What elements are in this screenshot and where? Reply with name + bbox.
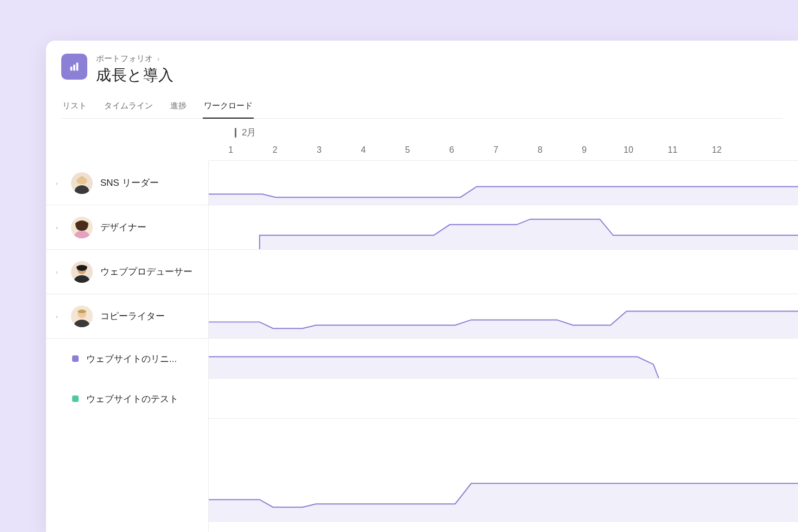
- row-left[interactable]: › ウェブプロデューサー: [46, 250, 209, 294]
- row-label: コピーライター: [100, 310, 165, 322]
- tab-list[interactable]: リスト: [61, 95, 88, 119]
- workload-chart[interactable]: [209, 205, 798, 249]
- project-row: ウェブサイトのリニ...: [46, 339, 798, 379]
- row-label: SNS リーダー: [100, 177, 159, 189]
- day-10: 10: [607, 145, 651, 155]
- row-left[interactable]: › SNS リーダー: [46, 161, 209, 205]
- row-label: ウェブプロデューサー: [100, 265, 192, 278]
- svg-rect-0: [70, 67, 73, 70]
- workload-row: › コピーライター: [46, 294, 798, 339]
- month-label: 2月: [235, 126, 256, 139]
- row-left-empty: [46, 419, 209, 522]
- row-label: ウェブサイトのテスト: [86, 393, 178, 405]
- tab-workload[interactable]: ワークロード: [203, 95, 254, 119]
- timeline-header: 2月 1 2 3 4 5 6 7 8 9 10 11 12: [209, 119, 798, 161]
- header: ポートフォリオ › 成長と導入 リスト タイムライン 進捗 ワークロード: [46, 41, 798, 119]
- workload-row: › ウェブプロデューサー: [46, 250, 798, 294]
- project-color-dot: [72, 355, 79, 362]
- title-block: ポートフォリオ › 成長と導入: [96, 54, 174, 86]
- tabs: リスト タイムライン 進捗 ワークロード: [61, 95, 783, 119]
- breadcrumb-row: ポートフォリオ › 成長と導入: [61, 54, 783, 86]
- chevron-right-icon: ›: [157, 55, 159, 63]
- avatar: [71, 217, 93, 238]
- avatar: [71, 306, 93, 327]
- workload-chart[interactable]: [209, 379, 798, 418]
- workload-chart[interactable]: [209, 522, 798, 532]
- day-2: 2: [253, 145, 298, 155]
- workload-chart[interactable]: [209, 250, 798, 294]
- breadcrumb-parent[interactable]: ポートフォリオ: [96, 54, 153, 64]
- workload-chart[interactable]: [209, 294, 798, 338]
- day-9: 9: [562, 145, 607, 155]
- app-window: ポートフォリオ › 成長と導入 リスト タイムライン 進捗 ワークロード 2月 …: [46, 41, 798, 532]
- chevron-right-icon[interactable]: ›: [56, 313, 63, 320]
- day-row: 1 2 3 4 5 6 7 8 9 10 11 12: [209, 145, 798, 155]
- workload-row: › コピーライター: [46, 522, 798, 532]
- row-left[interactable]: › デザイナー: [46, 205, 209, 249]
- avatar: [71, 172, 93, 194]
- row-label: ウェブサイトのリニ...: [86, 353, 177, 365]
- svg-rect-2: [76, 63, 79, 71]
- workload-row: › デザイナー: [46, 205, 798, 250]
- chevron-right-icon[interactable]: ›: [56, 180, 63, 186]
- rows-container: › SNS リーダー › デザイナー: [46, 161, 798, 532]
- day-5: 5: [385, 145, 430, 155]
- page-title: 成長と導入: [96, 65, 174, 86]
- project-color-dot: [72, 395, 79, 402]
- chevron-right-icon[interactable]: ›: [56, 224, 63, 231]
- workload-row: › SNS リーダー: [46, 161, 798, 205]
- day-1: 1: [209, 145, 253, 155]
- day-4: 4: [342, 145, 386, 155]
- workload-chart[interactable]: [209, 339, 798, 378]
- chevron-right-icon[interactable]: ›: [56, 269, 63, 275]
- month-text: 2月: [242, 126, 256, 139]
- row-label: デザイナー: [100, 221, 146, 233]
- workload-chart[interactable]: [209, 419, 798, 521]
- day-8: 8: [518, 145, 563, 155]
- row-left[interactable]: › コピーライター: [46, 522, 209, 532]
- day-7: 7: [474, 145, 518, 155]
- portfolio-icon: [61, 54, 87, 80]
- row-left[interactable]: ウェブサイトのテスト: [46, 379, 209, 419]
- day-12: 12: [695, 145, 739, 155]
- row-left[interactable]: › コピーライター: [46, 294, 209, 338]
- day-3: 3: [297, 145, 342, 155]
- tab-timeline[interactable]: タイムライン: [103, 95, 154, 119]
- month-marker-icon: [235, 128, 236, 138]
- avatar: [71, 261, 93, 283]
- workload-row-tall: [46, 419, 798, 522]
- breadcrumb[interactable]: ポートフォリオ ›: [96, 54, 174, 64]
- row-left[interactable]: ウェブサイトのリニ...: [46, 339, 209, 379]
- workload-chart[interactable]: [209, 161, 798, 205]
- bar-chart-icon: [68, 61, 80, 73]
- tab-progress[interactable]: 進捗: [169, 95, 188, 119]
- svg-rect-1: [73, 64, 75, 70]
- day-6: 6: [430, 145, 474, 155]
- project-row: ウェブサイトのテスト: [46, 379, 798, 419]
- day-11: 11: [651, 145, 695, 155]
